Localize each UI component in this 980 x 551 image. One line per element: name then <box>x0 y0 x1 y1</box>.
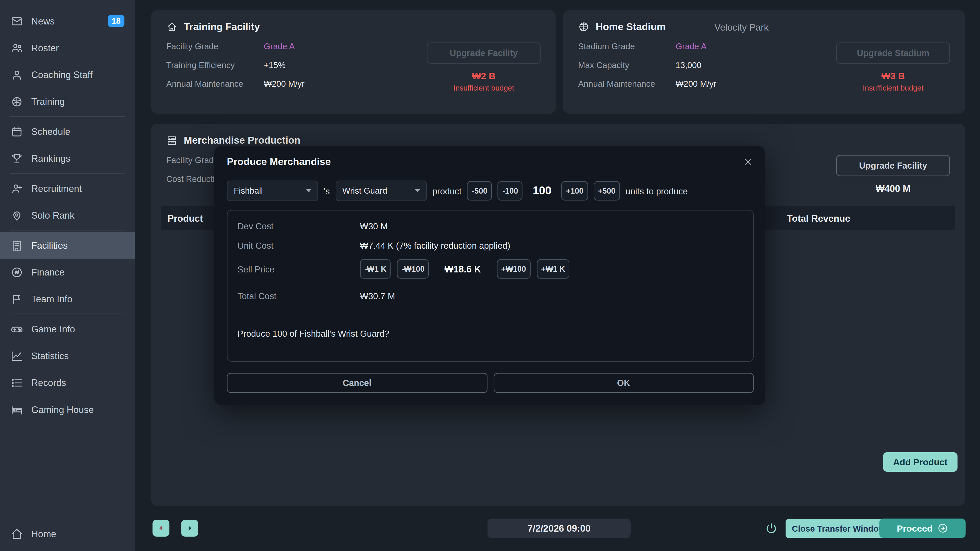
info-value: 13,000 <box>676 61 701 70</box>
add-product-button[interactable]: Add Product <box>883 452 957 472</box>
power-icon <box>765 522 778 535</box>
proceed-button[interactable]: Proceed <box>880 519 966 538</box>
sidebar-item-coaching-staff[interactable]: Coaching Staff <box>0 61 135 88</box>
sidebar-item-label: Training <box>31 96 65 107</box>
list-icon <box>11 376 23 389</box>
info-value: Grade A <box>264 42 294 51</box>
facility-icon <box>166 21 177 32</box>
ok-button[interactable]: OK <box>493 373 754 393</box>
sidebar-item-team-info[interactable]: Team Info <box>0 286 135 312</box>
sidebar-item-schedule[interactable]: Schedule <box>0 118 135 145</box>
item-select[interactable]: Wrist Guard <box>335 181 427 201</box>
units-label: units to produce <box>625 186 688 196</box>
row-label: Unit Cost <box>238 241 360 251</box>
stadium-name: Velocity Park <box>714 21 768 32</box>
proceed-label: Proceed <box>897 523 932 533</box>
info-value: +15% <box>264 61 285 70</box>
close-transfer-window-button[interactable]: Close Transfer Window <box>786 519 891 538</box>
column-header-product: Product <box>167 213 203 224</box>
sidebar-item-label: Coaching Staff <box>31 69 92 80</box>
sidebar-divider <box>10 313 125 314</box>
info-value: Grade A <box>676 42 706 51</box>
produce-merchandise-modal: Produce Merchandise Fishball 's Wrist Gu… <box>215 146 765 405</box>
sidebar-item-label: Solo Rank <box>31 210 75 221</box>
sidebar-item-roster[interactable]: Roster <box>0 35 135 61</box>
sidebar-divider <box>10 173 125 173</box>
next-button[interactable] <box>181 520 198 537</box>
row-label: Total Cost <box>238 291 360 301</box>
people-icon <box>11 41 23 54</box>
info-value: ₩200 M/yr <box>676 79 716 89</box>
sidebar-item-label: Rankings <box>31 153 70 164</box>
flag-icon <box>11 292 23 305</box>
info-label: Annual Maintenance <box>166 79 264 89</box>
sidebar-item-gaming-house[interactable]: Gaming House <box>0 396 135 423</box>
trophy-icon <box>11 152 23 165</box>
possessive-label: 's <box>324 186 330 196</box>
quantity-value: 100 <box>533 184 552 197</box>
sell-minus-100-button[interactable]: -₩100 <box>397 259 429 279</box>
dev-cost-value: ₩30 M <box>360 221 388 231</box>
sidebar-item-label: Roster <box>31 43 59 53</box>
prev-button[interactable] <box>153 520 169 537</box>
home-stadium-card: Home Stadium Velocity Park Stadium Grade… <box>563 10 965 114</box>
card-title: Home Stadium <box>596 21 666 32</box>
sidebar-item-label: Schedule <box>31 126 70 137</box>
sidebar-item-solo-rank[interactable]: Solo Rank <box>0 202 135 229</box>
qty-minus-500-button[interactable]: -500 <box>467 181 492 200</box>
sidebar-item-records[interactable]: Records <box>0 369 135 396</box>
person-icon <box>11 68 23 81</box>
upgrade-facility-button[interactable]: Upgrade Facility <box>427 43 541 64</box>
upgrade-stadium-button[interactable]: Upgrade Stadium <box>836 43 950 64</box>
sidebar-item-news[interactable]: News 18 <box>0 7 135 34</box>
sidebar-item-game-info[interactable]: Game Info <box>0 316 135 342</box>
mail-icon <box>11 15 23 27</box>
merch-upgrade-block: Upgrade Facility ₩400 M <box>836 155 950 194</box>
qty-plus-100-button[interactable]: +100 <box>562 181 588 200</box>
qty-plus-500-button[interactable]: +500 <box>593 181 620 200</box>
qty-minus-100-button[interactable]: -100 <box>498 181 523 200</box>
game-date-display: 7/2/2026 09:00 <box>487 519 631 538</box>
dev-cost-row: Dev Cost ₩30 M <box>238 221 743 231</box>
sell-plus-1k-button[interactable]: +₩1 K <box>537 259 570 279</box>
sell-price-row: Sell Price -₩1 K -₩100 ₩18.6 K +₩100 +₩1… <box>238 259 743 279</box>
sidebar-item-finance[interactable]: Finance <box>0 259 135 286</box>
sidebar-item-label: News <box>31 16 55 26</box>
product-label: product <box>432 186 461 196</box>
power-button[interactable] <box>763 520 780 537</box>
home-icon <box>11 527 23 540</box>
sidebar-item-label: Statistics <box>31 351 68 361</box>
sell-plus-group: +₩100 +₩1 K <box>496 259 570 279</box>
cancel-button[interactable]: Cancel <box>227 373 487 393</box>
sidebar-item-facilities[interactable]: Facilities <box>0 232 135 259</box>
sidebar-item-statistics[interactable]: Statistics <box>0 342 135 369</box>
chart-icon <box>11 349 23 362</box>
training-facility-header: Training Facility <box>151 10 555 32</box>
info-label: Stadium Grade <box>578 42 676 51</box>
card-title: Training Facility <box>184 21 260 32</box>
sell-minus-1k-button[interactable]: -₩1 K <box>360 259 391 279</box>
sidebar-item-home[interactable]: Home <box>0 520 135 547</box>
close-button[interactable] <box>740 154 756 170</box>
total-cost-row: Total Cost ₩30.7 M <box>238 291 743 301</box>
sidebar-item-recruitment[interactable]: Recruitment <box>0 175 135 202</box>
team-select-value: Fishball <box>234 186 263 196</box>
upgrade-merch-facility-button[interactable]: Upgrade Facility <box>836 155 950 176</box>
sell-plus-100-button[interactable]: +₩100 <box>496 259 530 279</box>
modal-title: Produce Merchandise <box>227 156 331 167</box>
info-value: ₩200 M/yr <box>264 79 304 89</box>
pin-icon <box>11 209 23 221</box>
modal-buttons: Cancel OK <box>227 373 754 393</box>
arrow-right-icon <box>186 524 194 532</box>
upgrade-cost: ₩3 B <box>836 71 950 81</box>
team-select[interactable]: Fishball <box>227 181 318 201</box>
bunk-icon <box>11 403 23 416</box>
merchandise-header: Merchandise Production <box>151 124 965 146</box>
sidebar-item-training[interactable]: Training <box>0 88 135 115</box>
training-facility-card: Training Facility Facility Grade Grade A… <box>151 10 555 114</box>
production-icon <box>166 135 177 146</box>
sidebar: News 18 Roster Coaching Staff Training S… <box>0 0 135 551</box>
info-label: Facility Grade <box>166 42 264 51</box>
card-title: Merchandise Production <box>184 135 301 146</box>
sidebar-item-rankings[interactable]: Rankings <box>0 145 135 171</box>
